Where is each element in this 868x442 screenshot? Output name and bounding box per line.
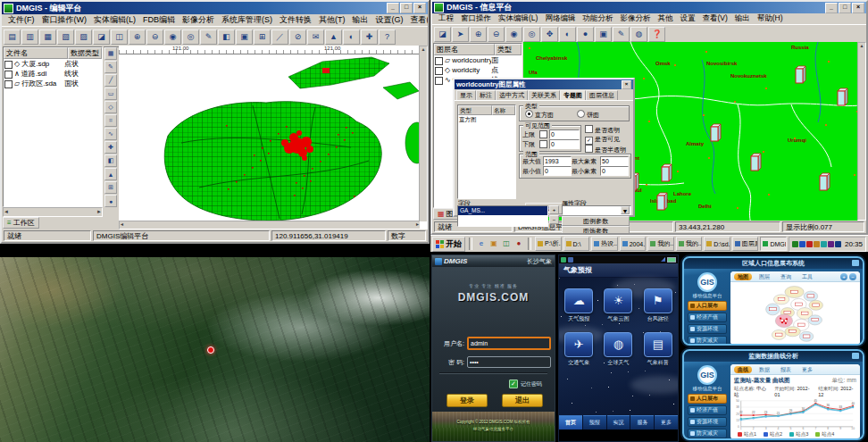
editor-tool-15[interactable]: ／ <box>271 29 288 45</box>
info-tool-10[interactable]: ✎ <box>613 27 630 42</box>
file-row[interactable]: ∧道路.sdl线状 <box>4 69 102 79</box>
info-menu-10[interactable]: 帮助(H) <box>754 13 787 24</box>
editor-menu-7[interactable]: 其他(T) <box>315 14 349 26</box>
dialog-tab-0[interactable]: 显示 <box>456 90 476 100</box>
upper-field[interactable]: 0 <box>549 129 580 139</box>
terrain-3d-view[interactable] <box>0 257 430 442</box>
tray-icon-5[interactable] <box>828 241 834 247</box>
line-chart[interactable]: 5038251301234567891022222321263045363340 <box>734 399 856 431</box>
info-menu-8[interactable]: 查看(V) <box>698 13 730 24</box>
editor-tool-6[interactable]: ◫ <box>111 29 128 45</box>
opt-visible[interactable]: ✓是否可见 <box>585 135 630 145</box>
edit-strip-tool-0[interactable]: ▦ <box>104 47 117 60</box>
info-menu-3[interactable]: 网络编辑 <box>541 13 579 24</box>
editor-tool-3[interactable]: ▧ <box>57 29 74 45</box>
edit-strip-tool-4[interactable]: ◇ <box>104 101 117 113</box>
tray-icon-4[interactable] <box>821 241 827 247</box>
editor-menu-4[interactable]: 影像分析 <box>179 14 218 26</box>
info-vscroll[interactable]: ▲ <box>857 42 866 221</box>
sidebar-item-1[interactable]: 经济产值 <box>688 313 727 322</box>
edit-strip-tool-10[interactable]: ⊞ <box>104 181 117 194</box>
edit-strip-tool-2[interactable]: ╱ <box>104 74 117 87</box>
edit-strip-tool-11[interactable]: ● <box>104 195 117 207</box>
edit-strip-tool-6[interactable]: ∿ <box>104 128 117 140</box>
file-col-type[interactable]: 数据类型 <box>68 47 102 59</box>
editor-map-area[interactable]: 121.00 121.00 <box>119 46 428 229</box>
close-button[interactable]: × <box>852 3 864 13</box>
workspace-tab[interactable]: ≡ 工作区 <box>3 217 39 229</box>
task-button-6[interactable]: D:\sd... <box>704 237 730 251</box>
field-selected[interactable]: GA_MS... <box>458 206 547 215</box>
zoom-out-icon[interactable]: − <box>849 273 856 280</box>
edit-strip-tool-7[interactable]: ✚ <box>104 141 117 154</box>
info-menu-5[interactable]: 影像分析 <box>616 13 654 24</box>
layer-row[interactable]: ◇worldcity点 <box>434 65 522 75</box>
weather-app-1[interactable]: ☀气象云图 <box>601 288 635 323</box>
content-tab-0[interactable]: 曲线 <box>734 366 752 373</box>
edit-strip-tool-1[interactable]: ✎ <box>104 61 117 73</box>
lower-checkbox[interactable] <box>539 140 547 148</box>
dialog-close-icon[interactable]: × <box>622 80 631 89</box>
username-field[interactable]: admin <box>467 337 551 350</box>
editor-tool-18[interactable]: ▲ <box>325 29 342 45</box>
layer-row[interactable]: ▱worldcountry面 <box>434 55 522 65</box>
editor-tool-10[interactable]: ◎ <box>182 29 199 45</box>
sidebar-item-3[interactable]: 防灾减灾 <box>688 429 727 438</box>
editor-tool-19[interactable]: ◐ <box>343 29 360 45</box>
content-tab-2[interactable]: 查询 <box>777 273 795 280</box>
zoom-in-icon[interactable]: + <box>840 273 847 280</box>
edit-strip-tool-8[interactable]: ◧ <box>104 154 117 167</box>
layer-col-type[interactable]: 类型 <box>495 44 522 55</box>
dialog-tab-2[interactable]: 选中方式 <box>496 90 528 100</box>
tray-icon-2[interactable] <box>806 241 813 247</box>
checkbox-icon[interactable] <box>4 80 13 88</box>
theme-list-row[interactable]: 直方图 <box>458 115 515 123</box>
weather-nav-4[interactable]: 更多 <box>655 415 678 429</box>
file-row[interactable]: ◇大厦.sdp点状 <box>4 59 102 69</box>
maximize-button[interactable]: □ <box>400 3 413 13</box>
info-menu-2[interactable]: 实体编辑(L) <box>495 13 541 24</box>
info-tool-7[interactable]: ◐ <box>559 27 576 42</box>
sidebar-item-0[interactable]: 人口展布 <box>688 394 727 404</box>
editor-tool-2[interactable]: ▦ <box>39 29 56 45</box>
lower-field[interactable]: 0 <box>549 139 580 149</box>
editor-menu-1[interactable]: 窗口操作(W) <box>38 14 91 26</box>
editor-tool-20[interactable]: ✚ <box>361 29 378 45</box>
editor-menu-0[interactable]: 文件(F) <box>4 14 38 26</box>
info-tool-1[interactable]: ➤ <box>452 27 469 42</box>
radio-histogram[interactable]: 直方图 <box>525 110 554 120</box>
field-list[interactable]: GA_MS... <box>457 205 548 227</box>
start-button[interactable]: 开始 <box>432 237 465 252</box>
checkbox-icon[interactable] <box>4 71 13 79</box>
file-col-name[interactable]: 文件名 <box>4 47 68 59</box>
min-field[interactable]: 0 <box>543 166 572 176</box>
editor-tool-5[interactable]: ◪ <box>93 29 110 45</box>
editor-menu-5[interactable]: 系统库管理(S) <box>218 14 276 26</box>
dialog-tab-1[interactable]: 标注 <box>476 90 496 100</box>
quicklaunch-ie-icon[interactable]: e <box>476 238 487 249</box>
checkbox-icon[interactable] <box>435 57 443 65</box>
file-panel-hscroll[interactable]: ◄► <box>3 207 103 217</box>
editor-menu-9[interactable]: 设置(G) <box>372 14 407 26</box>
field-remove-button[interactable]: − <box>549 215 559 224</box>
info-tool-5[interactable]: ◎ <box>523 27 540 42</box>
info-menu-6[interactable]: 其他 <box>654 13 676 24</box>
weather-app-2[interactable]: ⚑台风路径 <box>641 288 675 323</box>
minpx-field[interactable]: 0 <box>600 166 629 176</box>
content-tab-0[interactable]: 地图 <box>734 273 752 280</box>
sidebar-item-3[interactable]: 防灾减灾 <box>688 336 727 346</box>
weather-nav-1[interactable]: 预报 <box>583 415 606 429</box>
info-tool-8[interactable]: ● <box>577 27 594 42</box>
info-menu-0[interactable]: 工程 <box>435 13 457 24</box>
editor-tool-13[interactable]: ▣ <box>236 29 253 45</box>
editor-menu-10[interactable]: 查看(V) <box>407 14 429 26</box>
remember-checkbox[interactable]: ✓ 记住密码 <box>509 379 542 388</box>
upper-checkbox[interactable] <box>539 130 547 138</box>
deco-params-button[interactable]: 图饰参数 <box>562 226 630 235</box>
info-tool-12[interactable]: ❓ <box>648 27 665 42</box>
sidebar-item-2[interactable]: 资源环境 <box>688 417 727 427</box>
info-menu-9[interactable]: 输出 <box>731 13 754 24</box>
info-tool-4[interactable]: ◉ <box>505 27 522 42</box>
edit-strip-tool-5[interactable]: ⌗ <box>104 114 117 127</box>
weather-nav-2[interactable]: 实况 <box>607 415 630 429</box>
